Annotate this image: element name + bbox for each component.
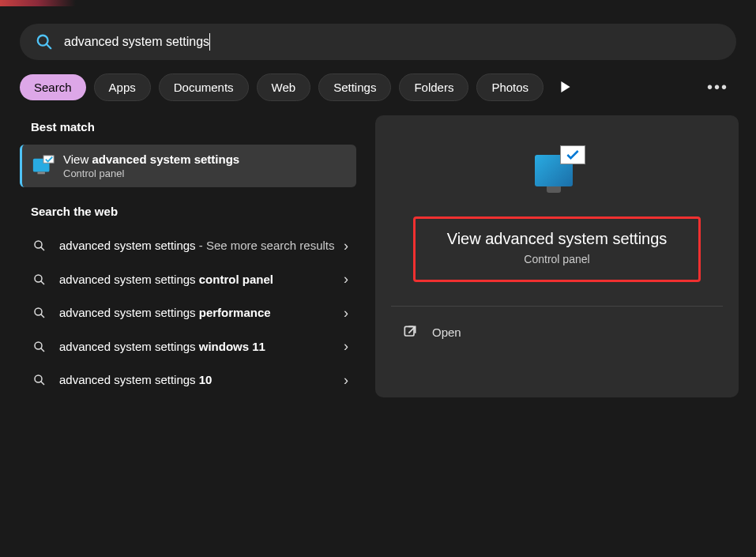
best-match-item[interactable]: View advanced system settings Control pa… (20, 145, 356, 187)
web-result-label: advanced system settings 10 (59, 371, 344, 390)
preview-panel: View advanced system settings Control pa… (375, 115, 739, 397)
web-result-label: advanced system settings performance (59, 304, 344, 322)
search-icon (31, 273, 48, 287)
web-result-more[interactable]: advanced system settings - See more sear… (20, 229, 361, 263)
svg-rect-4 (43, 156, 54, 163)
results-panel: Best match View advanced system settings… (20, 115, 361, 397)
tab-more-play-icon[interactable] (551, 73, 580, 101)
search-input-text[interactable]: advanced system settings (64, 35, 209, 49)
control-panel-icon (32, 154, 55, 178)
search-web-header: Search the web (31, 205, 361, 218)
svg-line-8 (41, 280, 45, 284)
web-result-windows11[interactable]: advanced system settings windows 11 › (20, 330, 361, 364)
preview-highlight: View advanced system settings Control pa… (413, 216, 701, 282)
web-result-label: advanced system settings windows 11 (59, 338, 344, 356)
tab-web[interactable]: Web (257, 73, 311, 101)
chevron-right-icon: › (344, 372, 348, 389)
preview-title: View advanced system settings (447, 230, 668, 248)
tab-settings[interactable]: Settings (318, 73, 391, 101)
tab-apps[interactable]: Apps (94, 73, 151, 101)
chevron-right-icon: › (344, 338, 348, 355)
web-result-label: advanced system settings - See more sear… (59, 237, 344, 255)
svg-line-12 (41, 348, 45, 352)
chevron-right-icon: › (344, 238, 348, 254)
open-label: Open (432, 326, 461, 339)
open-icon (402, 324, 418, 340)
more-options-icon[interactable]: ••• (699, 78, 736, 96)
search-bar[interactable]: advanced system settings (20, 24, 736, 60)
preview-subtitle: Control panel (447, 253, 668, 265)
web-result-control-panel[interactable]: advanced system settings control panel › (20, 263, 361, 297)
divider (391, 306, 723, 307)
search-icon (31, 373, 48, 387)
web-result-10[interactable]: advanced system settings 10 › (20, 363, 361, 397)
search-icon (31, 340, 48, 354)
tab-documents[interactable]: Documents (159, 73, 249, 101)
search-icon (36, 33, 53, 51)
svg-rect-3 (38, 172, 45, 175)
filter-tabs: Search Apps Documents Web Settings Folde… (20, 73, 736, 101)
chevron-right-icon: › (344, 271, 348, 288)
search-icon (31, 239, 48, 253)
web-result-label: advanced system settings control panel (59, 271, 344, 289)
check-icon (560, 145, 585, 164)
tab-folders[interactable]: Folders (399, 73, 468, 101)
best-match-title: View advanced system settings (63, 152, 239, 166)
chevron-right-icon: › (344, 305, 348, 322)
best-match-subtitle: Control panel (63, 167, 239, 179)
svg-rect-15 (404, 326, 414, 336)
tab-search[interactable]: Search (20, 74, 86, 100)
svg-line-1 (47, 44, 51, 49)
svg-line-10 (41, 314, 45, 318)
open-action[interactable]: Open (391, 324, 723, 340)
svg-line-14 (41, 382, 45, 386)
search-icon (31, 306, 48, 320)
svg-line-6 (41, 247, 45, 251)
web-result-performance[interactable]: advanced system settings performance › (20, 296, 361, 330)
best-match-header: Best match (31, 120, 361, 134)
tab-photos[interactable]: Photos (476, 73, 543, 101)
preview-app-icon (532, 147, 582, 198)
